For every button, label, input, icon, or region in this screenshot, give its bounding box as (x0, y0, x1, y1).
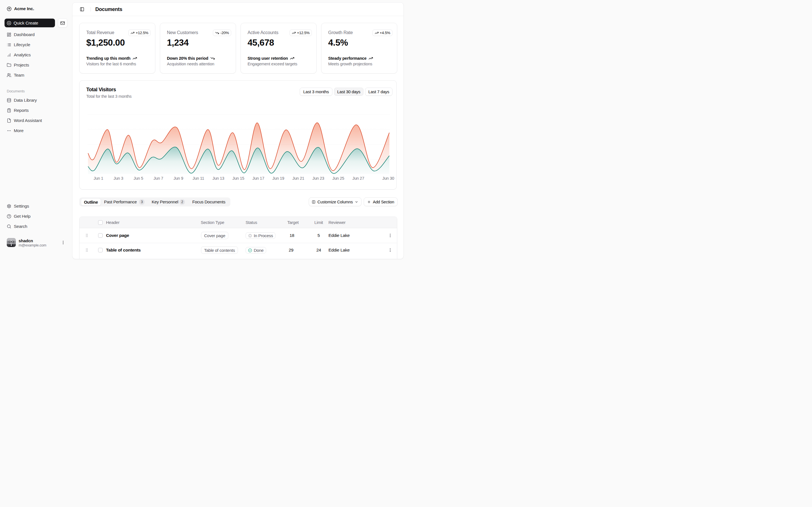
svg-text:Jun 19: Jun 19 (272, 176, 284, 180)
svg-text:Jun 9: Jun 9 (173, 176, 183, 180)
svg-text:Jun 3: Jun 3 (114, 176, 123, 180)
svg-text:Jun 17: Jun 17 (252, 176, 264, 180)
svg-text:Jun 27: Jun 27 (352, 176, 364, 180)
svg-text:Jun 23: Jun 23 (312, 176, 324, 180)
svg-text:Jun 21: Jun 21 (292, 176, 304, 180)
svg-text:Jun 25: Jun 25 (333, 176, 344, 180)
svg-text:Jun 11: Jun 11 (193, 176, 204, 180)
svg-text:Jun 5: Jun 5 (134, 176, 143, 180)
svg-text:Jun 1: Jun 1 (94, 176, 103, 180)
svg-text:Jun 15: Jun 15 (232, 176, 244, 180)
svg-text:Jun 7: Jun 7 (154, 176, 163, 180)
svg-text:Jun 13: Jun 13 (212, 176, 224, 180)
svg-text:Jun 30: Jun 30 (382, 176, 394, 180)
